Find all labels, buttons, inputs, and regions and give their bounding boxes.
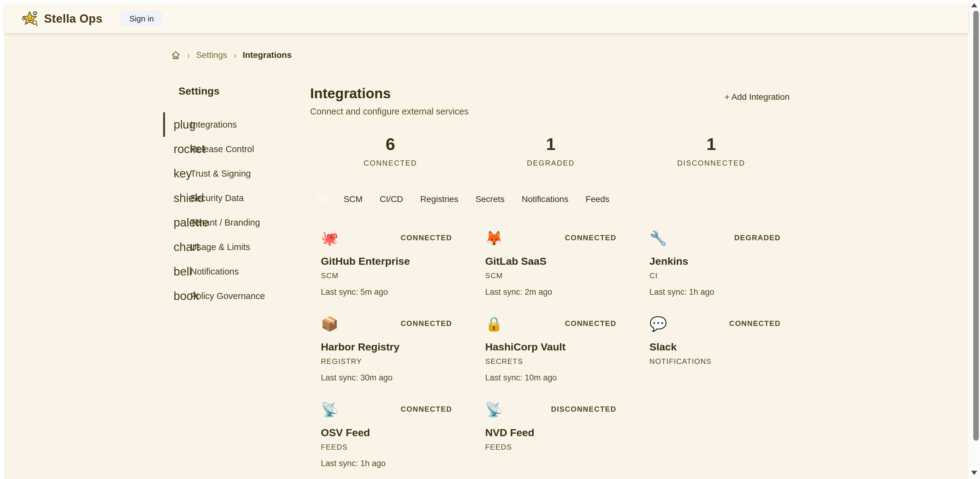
app-title: Stella Ops (44, 12, 103, 25)
home-icon[interactable] (171, 50, 181, 60)
tab-feeds[interactable]: Feeds (585, 194, 609, 204)
integration-type: CI (649, 272, 781, 280)
integration-type: SECRETS (485, 357, 617, 366)
vertical-scrollbar (968, 0, 980, 479)
sidebar-item-policy-governance[interactable]: book Policy Governance (163, 284, 292, 308)
integration-type: NOTIFICATIONS (649, 357, 781, 366)
stat-value: 1 (631, 135, 791, 153)
status-badge: CONNECTED (565, 319, 616, 328)
integration-card-hashicorp-vault[interactable]: 🔒 CONNECTED HashiCorp Vault SECRETS Last… (474, 306, 627, 383)
stat-degraded: 1 DEGRADED (471, 135, 631, 167)
status-badge: CONNECTED (401, 405, 452, 414)
integration-name: OSV Feed (321, 426, 452, 439)
scroll-down-arrow[interactable] (971, 471, 977, 475)
shield-icon: shield (173, 192, 187, 205)
last-sync (649, 373, 781, 383)
settings-sidebar: Settings plug Integrations rocket Releas… (163, 85, 292, 468)
palette-icon: palette (173, 216, 187, 229)
rocket-icon: rocket (173, 143, 187, 156)
stat-label: DISCONNECTED (631, 159, 791, 167)
integration-name: HashiCorp Vault (485, 341, 617, 353)
integration-card-harbor-registry[interactable]: 📦 CONNECTED Harbor Registry REGISTRY Las… (310, 306, 463, 383)
stat-value: 1 (471, 135, 631, 153)
speech-balloon-icon: 💬 (649, 316, 667, 331)
integration-name: Jenkins (649, 255, 781, 267)
sidebar-item-tenant-branding[interactable]: palette Tenant / Branding (163, 210, 292, 235)
integration-card-osv-feed[interactable]: 📡 CONNECTED OSV Feed FEEDS Last sync: 1h… (310, 392, 463, 468)
page-subtitle: Connect and configure external services (310, 107, 468, 117)
sidebar-item-release-control[interactable]: rocket Release Control (163, 137, 292, 161)
octopus-icon: 🐙 (321, 231, 338, 246)
settings-nav: plug Integrations rocket Release Control… (163, 112, 292, 308)
integration-type: REGISTRY (321, 357, 452, 366)
status-summary: 6 CONNECTED 1 DEGRADED 1 DISCONNECTED (310, 135, 791, 167)
integration-name: GitLab SaaS (485, 255, 617, 267)
bell-icon: bell (173, 265, 187, 278)
sign-in-button[interactable]: Sign in (120, 11, 163, 27)
breadcrumb-separator: › (233, 50, 237, 60)
integrations-panel: Integrations Connect and configure exter… (310, 85, 791, 468)
integration-card-jenkins[interactable]: 🔧 DEGRADED Jenkins CI Last sync: 1h ago (639, 221, 791, 297)
plug-icon: plug (173, 118, 187, 131)
integration-type: SCM (485, 272, 617, 280)
last-sync: Last sync: 10m ago (485, 373, 617, 383)
top-header: Stella Ops Sign in (4, 4, 968, 33)
category-tabs: All SCM CI/CD Registries Secrets Notific… (310, 194, 791, 204)
sidebar-item-integrations[interactable]: plug Integrations (163, 112, 292, 137)
stat-label: CONNECTED (310, 159, 471, 167)
chart-icon: chart (173, 240, 187, 254)
breadcrumb-current: Integrations (242, 50, 291, 60)
sidebar-item-usage-limits[interactable]: chart Usage & Limits (163, 235, 292, 259)
stat-disconnected: 1 DISCONNECTED (631, 135, 791, 167)
last-sync: Last sync: 1h ago (649, 287, 781, 297)
tab-registries[interactable]: Registries (420, 194, 458, 204)
satellite-antenna-icon: 📡 (321, 402, 338, 417)
integration-type: FEEDS (321, 443, 452, 452)
lock-icon: 🔒 (485, 316, 503, 331)
integration-card-github-enterprise[interactable]: 🐙 CONNECTED GitHub Enterprise SCM Last s… (310, 221, 463, 297)
wrench-icon: 🔧 (649, 231, 667, 246)
page-title: Integrations (310, 85, 468, 102)
status-badge: CONNECTED (401, 234, 452, 242)
status-badge: CONNECTED (729, 319, 781, 328)
tab-notifications[interactable]: Notifications (522, 194, 568, 204)
page-background: › Settings › Integrations Settings plug … (4, 33, 968, 479)
integration-name: Slack (649, 341, 781, 353)
integration-card-gitlab-saas[interactable]: 🦊 CONNECTED GitLab SaaS SCM Last sync: 2… (474, 221, 627, 297)
tab-all[interactable]: All (317, 194, 326, 204)
sidebar-item-trust-signing[interactable]: key Trust & Signing (163, 161, 292, 186)
integration-name: GitHub Enterprise (321, 255, 452, 267)
last-sync (485, 459, 617, 468)
integration-name: NVD Feed (485, 426, 617, 439)
status-badge: DEGRADED (734, 234, 781, 242)
satellite-antenna-icon: 📡 (485, 402, 503, 417)
status-badge: CONNECTED (565, 234, 616, 242)
integration-card-nvd-feed[interactable]: 📡 DISCONNECTED NVD Feed FEEDS (474, 392, 627, 468)
last-sync: Last sync: 30m ago (321, 373, 452, 383)
tab-cicd[interactable]: CI/CD (380, 194, 403, 204)
last-sync: Last sync: 1h ago (321, 459, 452, 468)
breadcrumb-settings[interactable]: Settings (196, 50, 227, 60)
stat-connected: 6 CONNECTED (310, 135, 471, 167)
status-badge: CONNECTED (401, 319, 452, 328)
package-icon: 📦 (321, 316, 338, 331)
integration-type: SCM (321, 272, 452, 280)
scrollbar-thumb[interactable] (973, 11, 979, 441)
add-integration-button[interactable]: + Add Integration (722, 92, 791, 102)
sidebar-item-security-data[interactable]: shield Security Data (163, 186, 292, 210)
status-badge: DISCONNECTED (551, 405, 617, 414)
sidebar-item-notifications[interactable]: bell Notifications (163, 259, 292, 284)
last-sync: Last sync: 2m ago (485, 287, 617, 297)
integration-card-slack[interactable]: 💬 CONNECTED Slack NOTIFICATIONS (639, 306, 791, 383)
integration-name: Harbor Registry (321, 341, 452, 353)
tab-secrets[interactable]: Secrets (476, 194, 504, 204)
last-sync: Last sync: 5m ago (321, 287, 452, 297)
scroll-up-arrow[interactable] (971, 3, 977, 7)
sidebar-title: Settings (178, 85, 292, 97)
tab-scm[interactable]: SCM (344, 194, 363, 204)
integration-cards: 🐙 CONNECTED GitHub Enterprise SCM Last s… (310, 221, 791, 468)
book-icon: book (173, 290, 187, 303)
stella-ops-mascot-logo (21, 10, 38, 27)
stat-value: 6 (310, 135, 471, 153)
app-window: Stella Ops Sign in › Settings › Integrat… (4, 4, 968, 479)
